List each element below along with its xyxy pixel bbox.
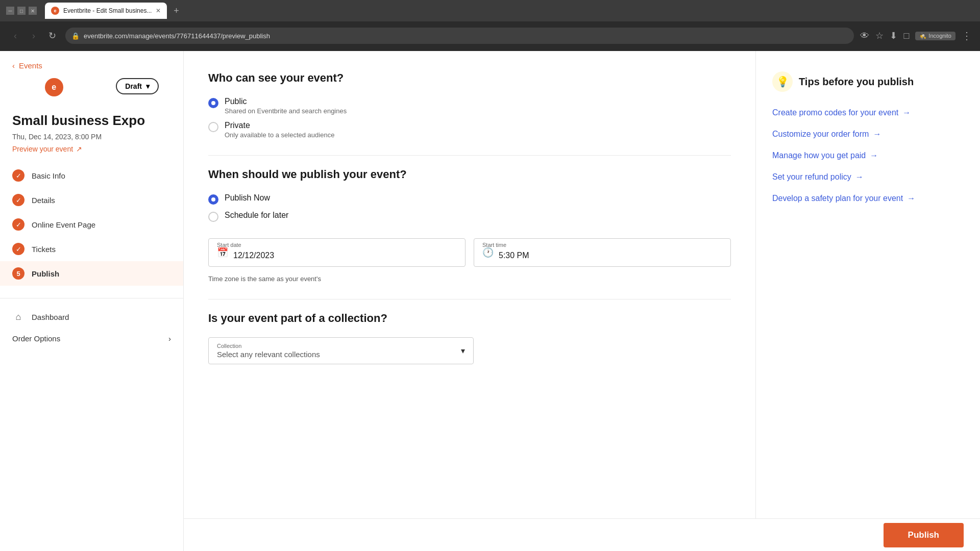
start-date-field[interactable]: 📅 Start date 12/12/2023 (208, 238, 465, 267)
visibility-section: Who can see your event? Public Shared on… (208, 71, 731, 139)
collection-title: Is your event part of a collection? (208, 312, 731, 325)
reload-button[interactable]: ↻ (45, 29, 59, 43)
preview-event-link[interactable]: Preview your event ↗ (0, 145, 183, 163)
radio-schedule-later-label: Schedule for later (225, 211, 288, 220)
maximize-button[interactable]: □ (17, 7, 26, 15)
sidebar-label-publish: Publish (32, 269, 59, 278)
tip-safety-plan-arrow-icon: → (907, 194, 915, 203)
incognito-badge: 🕵 Incognito (915, 32, 955, 40)
radio-option-schedule-later[interactable]: Schedule for later (208, 211, 731, 222)
check-icon-tickets: ✓ (12, 243, 24, 255)
download-icon[interactable]: ⬇ (890, 30, 897, 41)
sidebar-item-details[interactable]: ✓ Details (0, 188, 183, 212)
publish-timing-title: When should we publish your event? (208, 168, 731, 181)
sidebar-label-tickets: Tickets (32, 245, 56, 254)
sidebar: ‹ Events e Draft ▾ Small business Expo T… (0, 51, 184, 551)
sidebar-item-publish[interactable]: 5 Publish (0, 261, 183, 286)
back-to-events[interactable]: ‹ Events (0, 61, 183, 78)
visibility-title: Who can see your event? (208, 71, 731, 85)
start-time-label: Start time (482, 242, 506, 248)
tab-close-icon[interactable]: ✕ (156, 7, 161, 14)
back-button[interactable]: ‹ (8, 29, 22, 43)
bottom-bar: Publish (184, 518, 980, 551)
sidebar-item-tickets[interactable]: ✓ Tickets (0, 237, 183, 261)
tip-promo-codes-arrow-icon: → (902, 108, 911, 117)
tip-safety-plan[interactable]: Develop a safety plan for your event → (772, 194, 964, 203)
collection-dropdown[interactable]: Collection Select any relevant collectio… (208, 337, 474, 364)
radio-public-label: Public (225, 97, 347, 106)
radio-option-publish-now[interactable]: Publish Now (208, 193, 731, 205)
more-options-icon[interactable]: ⋮ (962, 30, 972, 42)
collection-chevron-down-icon: ▾ (461, 346, 465, 356)
active-tab[interactable]: e Eventbrite - Edit Small busines... ✕ (45, 3, 167, 19)
eventbrite-logo: e (45, 78, 63, 96)
address-bar: ‹ › ↻ 🔒 eventbrite.com/manage/events/776… (0, 21, 980, 50)
tip-refund-policy-label: Set your refund policy (772, 172, 851, 182)
main-content: Who can see your event? Public Shared on… (184, 51, 755, 551)
minimize-button[interactable]: ─ (6, 7, 14, 15)
radio-publish-now-icon (208, 194, 218, 205)
forward-button[interactable]: › (27, 29, 41, 43)
radio-private-desc: Only available to a selected audience (225, 131, 334, 139)
tips-header: 💡 Tips before you publish (772, 71, 964, 92)
external-link-icon: ↗ (76, 145, 82, 153)
event-title: Small business Expo (0, 113, 183, 133)
timezone-note: Time zone is the same as your event's (208, 275, 731, 283)
sidebar-label-basic-info: Basic Info (32, 171, 65, 180)
radio-public-desc: Shared on Eventbrite and search engines (225, 107, 347, 115)
draft-button[interactable]: Draft ▾ (116, 78, 159, 94)
star-icon[interactable]: ☆ (875, 30, 884, 41)
tip-promo-codes[interactable]: Create promo codes for your event → (772, 108, 964, 117)
sidebar-label-online-event-page: Online Event Page (32, 220, 95, 229)
url-text: eventbrite.com/manage/events/77671164443… (84, 32, 270, 40)
tab-favicon-icon: e (51, 7, 59, 15)
order-options-label: Order Options (12, 334, 60, 343)
incognito-icon: 🕵 (919, 33, 926, 39)
publish-button[interactable]: Publish (884, 523, 964, 547)
visibility-radio-group: Public Shared on Eventbrite and search e… (208, 97, 731, 139)
sidebar-label-dashboard: Dashboard (32, 313, 69, 321)
datetime-row: 📅 Start date 12/12/2023 🕐 Start time 5:3… (208, 238, 731, 267)
secure-icon: 🔒 (71, 32, 80, 40)
tab-title: Eventbrite - Edit Small busines... (63, 7, 152, 14)
collection-section: Is your event part of a collection? Coll… (208, 312, 731, 364)
sidebar-section-order-options[interactable]: Order Options › (0, 329, 183, 348)
radio-public-icon (208, 98, 218, 108)
app-container: ‹ Events e Draft ▾ Small business Expo T… (0, 51, 980, 551)
number-icon-publish: 5 (12, 267, 24, 280)
sidebar-item-basic-info[interactable]: ✓ Basic Info (0, 163, 183, 188)
dashboard-icon: ⌂ (12, 311, 24, 323)
tip-order-form[interactable]: Customize your order form → (772, 130, 964, 139)
sidebar-item-online-event-page[interactable]: ✓ Online Event Page (0, 212, 183, 237)
collection-field-value: Select any relevant collections (217, 350, 320, 359)
start-date-label: Start date (217, 242, 241, 248)
radio-schedule-later-icon (208, 212, 218, 222)
check-icon-basic-info: ✓ (12, 169, 24, 182)
radio-private-icon (208, 122, 218, 132)
tip-refund-policy-arrow-icon: → (855, 172, 864, 182)
expand-icon-order-options: › (168, 334, 171, 343)
tip-order-form-label: Customize your order form (772, 130, 869, 139)
url-bar[interactable]: 🔒 eventbrite.com/manage/events/776711644… (65, 28, 854, 44)
start-time-field[interactable]: 🕐 Start time 5:30 PM (474, 238, 731, 267)
publish-timing-section: When should we publish your event? Publi… (208, 168, 731, 283)
new-tab-button[interactable]: + (169, 4, 183, 18)
radio-publish-now-label: Publish Now (225, 193, 270, 203)
tips-title: Tips before you publish (799, 76, 914, 88)
tip-payment[interactable]: Manage how you get paid → (772, 151, 964, 160)
sidebar-item-dashboard[interactable]: ⌂ Dashboard (0, 305, 183, 329)
check-icon-online-event-page: ✓ (12, 218, 24, 231)
calendar-icon: 📅 (217, 247, 228, 258)
browser-actions: 👁 ☆ ⬇ □ 🕵 Incognito ⋮ (860, 30, 972, 42)
navigation-buttons: ‹ › ↻ (8, 29, 59, 43)
divider-2 (208, 299, 731, 299)
tip-refund-policy[interactable]: Set your refund policy → (772, 172, 964, 182)
window-controls: ─ □ ✕ (6, 7, 37, 15)
close-button[interactable]: ✕ (29, 7, 37, 15)
tips-panel: 💡 Tips before you publish Create promo c… (755, 51, 980, 551)
tip-payment-label: Manage how you get paid (772, 151, 866, 160)
radio-option-public[interactable]: Public Shared on Eventbrite and search e… (208, 97, 731, 115)
radio-option-private[interactable]: Private Only available to a selected aud… (208, 121, 731, 139)
profile-icon[interactable]: □ (903, 31, 909, 41)
eye-off-icon: 👁 (860, 31, 869, 41)
